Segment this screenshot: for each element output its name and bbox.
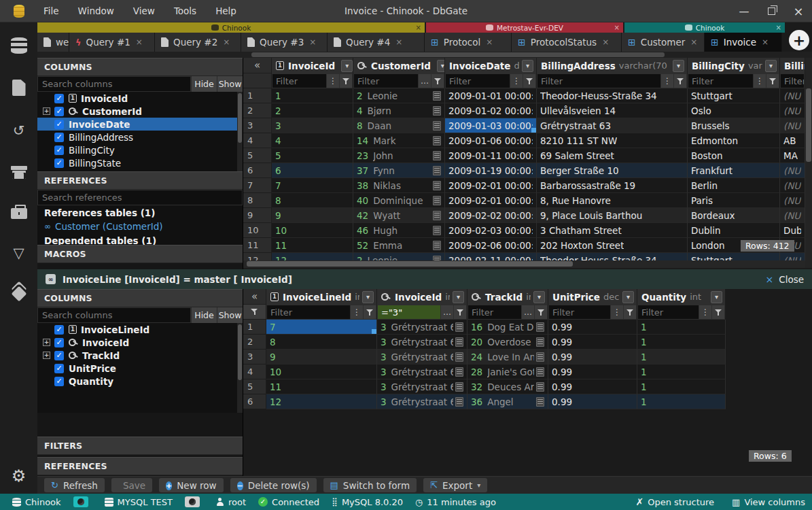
data-cell[interactable]: 11	[266, 379, 377, 394]
tab-query-1[interactable]: ϟQuery #1×	[69, 33, 155, 52]
tab-close-icon[interactable]: ×	[309, 37, 316, 47]
menu-file[interactable]: File	[34, 0, 69, 22]
tab-scrollbar-thumb[interactable]	[251, 52, 665, 57]
data-cell[interactable]: Barbarossastraße 19	[537, 178, 688, 193]
row-number-cell[interactable]: 1	[243, 88, 272, 103]
filter-menu-button[interactable]: ⋮	[327, 73, 340, 88]
columns-section-header[interactable]: COLUMNS	[37, 289, 243, 307]
filter-funnel-button[interactable]	[431, 73, 444, 88]
tab-query-4[interactable]: Query #4×	[328, 33, 425, 52]
status-mysql-8-0-20[interactable]: ⣿MySQL 8.0.20	[332, 497, 403, 507]
data-cell[interactable]: 3Grétrystraat 63	[377, 335, 467, 350]
filter-funnel-button[interactable]	[454, 305, 467, 320]
status-color-chip[interactable]	[185, 496, 204, 507]
tree-scrollbar-thumb[interactable]	[238, 93, 242, 143]
checkbox-checked-icon[interactable]: ✓	[54, 364, 64, 373]
reference-customer-link[interactable]: ∞Customer (CustomerId)	[37, 220, 243, 233]
data-cell[interactable]: Ullevålsveien 14	[537, 103, 688, 118]
filter-funnel-button[interactable]	[364, 305, 376, 320]
filter-input[interactable]: Filter	[467, 305, 522, 320]
references-section-header[interactable]: REFERENCES	[37, 171, 243, 190]
checkbox-checked-icon[interactable]: ✓	[54, 107, 64, 116]
data-cell[interactable]: 0.99	[548, 364, 637, 379]
data-cell[interactable]: 2009-02-02 00:00:00	[445, 208, 537, 223]
data-cell[interactable]: 42Wyatt	[353, 208, 445, 223]
tree-scrollbar[interactable]	[237, 92, 243, 171]
open-document-icon[interactable]	[455, 367, 463, 377]
row-number-cell[interactable]: 3	[243, 118, 272, 133]
column-header-invoiceid[interactable]: InvoiceIdint▾	[377, 289, 467, 305]
clear-filter-icon[interactable]	[251, 308, 258, 316]
data-cell[interactable]: (NULL)	[780, 253, 805, 260]
data-cell[interactable]: 2009-02-01 00:00:00	[445, 193, 537, 208]
data-cell[interactable]: 11	[272, 238, 353, 253]
filter-input[interactable]: Filter	[445, 73, 510, 88]
column-header-customerid[interactable]: CustomerIdint▾	[353, 58, 445, 73]
column-item-invoiceid[interactable]: ✓1InvoiceId	[37, 92, 243, 105]
data-cell[interactable]: 0.99	[548, 350, 637, 364]
tab-close-icon[interactable]: ×	[602, 37, 609, 47]
column-menu-chevron-icon[interactable]: ▾	[533, 291, 545, 303]
filter-gutter-cell[interactable]	[243, 305, 266, 320]
menu-tools[interactable]: Tools	[164, 0, 206, 22]
tab-close-icon[interactable]: ×	[395, 37, 402, 47]
column-header-unitprice[interactable]: UnitPricedecim▾	[548, 289, 637, 305]
data-cell[interactable]: 2009-02-01 00:00:00	[445, 178, 537, 193]
data-cell[interactable]: (NULL)	[780, 118, 805, 133]
data-cell[interactable]: 10	[272, 223, 353, 238]
filter-menu-button[interactable]: ⋮	[351, 305, 364, 320]
filter-menu-button[interactable]: ⋮	[510, 73, 523, 88]
refresh-button[interactable]: ↻Refresh	[44, 478, 105, 492]
checkbox-checked-icon[interactable]: ✓	[54, 351, 64, 360]
data-cell[interactable]: Stuttgart	[688, 88, 780, 103]
data-cell[interactable]: 24Love In An Elevator	[467, 350, 548, 364]
data-cell[interactable]: Stuttgart	[688, 253, 780, 260]
data-cell[interactable]: 69 Salem Street	[537, 148, 688, 163]
data-cell[interactable]: (NULL)	[780, 193, 805, 208]
tab-group-close-icon[interactable]: ×	[776, 24, 781, 31]
data-cell[interactable]: Dublin	[780, 223, 805, 238]
tab-scrollbar[interactable]	[37, 52, 812, 58]
search-columns-input[interactable]: Search columns	[37, 76, 191, 92]
column-menu-chevron-icon[interactable]: ▾	[711, 291, 722, 303]
tab-close-icon[interactable]: ×	[690, 37, 697, 47]
checkbox-checked-icon[interactable]: ✓	[54, 338, 64, 347]
status-color-chip[interactable]	[73, 496, 92, 507]
data-cell[interactable]: 0.99	[548, 335, 637, 350]
data-cell[interactable]: 32Deuces Are Wild	[467, 379, 548, 394]
column-menu-chevron-icon[interactable]: ▾	[341, 60, 353, 72]
data-cell[interactable]: Grétrystraat 63	[537, 118, 688, 133]
column-header-trackid[interactable]: TrackIdint▾	[467, 289, 548, 305]
data-cell[interactable]: Edmonton	[688, 133, 780, 148]
master-grid-hscrollbar-thumb[interactable]	[247, 261, 573, 267]
data-cell[interactable]: 28Janie's Got A Gun	[467, 364, 548, 379]
data-cell[interactable]: 202 Hoxton Street	[537, 238, 688, 253]
row-number-cell[interactable]: 4	[243, 133, 272, 148]
checkbox-checked-icon[interactable]: ✓	[54, 120, 64, 129]
filter-funnel-button[interactable]	[624, 305, 637, 320]
rail-archive-icon[interactable]	[0, 160, 37, 184]
column-item-unitprice[interactable]: ✓UnitPrice	[37, 362, 243, 375]
data-cell[interactable]: (NULL)	[780, 103, 805, 118]
data-cell[interactable]: 2Leonie	[353, 88, 445, 103]
data-cell[interactable]: Boston	[688, 148, 780, 163]
data-cell[interactable]: 1	[637, 364, 726, 379]
delete-row-s--button[interactable]: −Delete row(s)	[230, 478, 317, 492]
tree-scrollbar-thumb[interactable]	[238, 324, 242, 380]
row-number-cell[interactable]: 12	[243, 253, 272, 260]
filter-input[interactable]: Filter	[688, 73, 754, 88]
column-item-quantity[interactable]: ✓Quantity	[37, 375, 243, 388]
open-document-icon[interactable]	[433, 151, 441, 160]
open-document-icon[interactable]	[536, 397, 544, 407]
open-document-icon[interactable]	[536, 322, 544, 332]
data-cell[interactable]: 2009-02-03 00:00:00	[445, 223, 537, 238]
data-cell[interactable]: 40Dominique	[353, 193, 445, 208]
filter-menu-button[interactable]: ⋮	[699, 305, 712, 320]
row-number-cell[interactable]: 4	[243, 364, 266, 379]
data-cell[interactable]: Oslo	[688, 103, 780, 118]
row-number-cell[interactable]: 5	[243, 379, 266, 394]
open-document-icon[interactable]	[455, 322, 463, 332]
filter-input[interactable]: Filter	[637, 305, 699, 320]
column-item-billingstate[interactable]: ✓BillingState	[37, 156, 243, 169]
row-number-cell[interactable]: 2	[243, 103, 272, 118]
